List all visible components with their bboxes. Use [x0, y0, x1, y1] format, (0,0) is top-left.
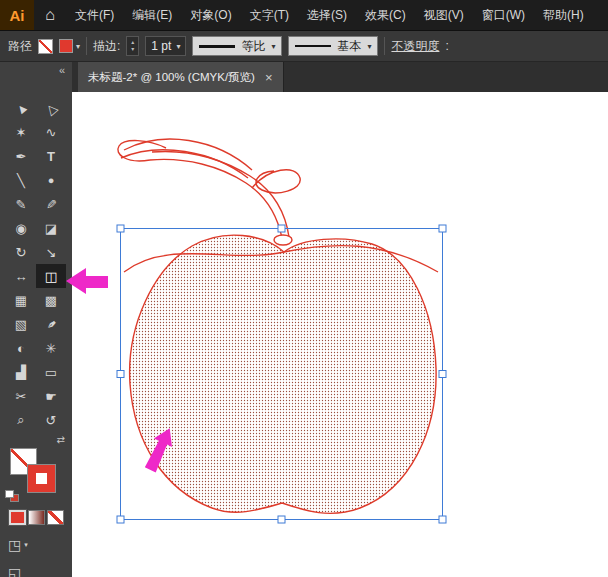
swap-fill-stroke-icon[interactable]: ⇄ [57, 434, 65, 445]
menu-view[interactable]: 视图(V) [415, 0, 473, 30]
stroke-weight-text: 1 pt [151, 39, 171, 53]
separator [384, 37, 385, 55]
slice-tool-icon: ✂ [16, 389, 27, 404]
menu-bar: Ai ⌂ 文件(F) 编辑(E) 对象(O) 文字(T) 选择(S) 效果(C)… [0, 0, 608, 30]
blend-tool-icon: ◐ [17, 341, 25, 356]
menu-help[interactable]: 帮助(H) [534, 0, 593, 30]
gradient-tool-icon: ▧ [15, 317, 27, 332]
stroke-color-dropdown[interactable]: ▾ [59, 39, 80, 53]
stepper-down-icon: ▾ [131, 46, 134, 53]
magic-wand-tool[interactable]: ✶ [6, 120, 36, 144]
pencil-tool[interactable]: ✎ [36, 192, 66, 216]
opacity-colon: : [445, 39, 448, 53]
blob-brush-tool-icon: ◉ [15, 221, 26, 236]
pencil-tool-icon: ✎ [46, 197, 57, 212]
fill-swatch-control[interactable] [38, 39, 53, 54]
artboard-canvas[interactable] [72, 92, 608, 577]
line-segment-tool-icon: ╲ [17, 173, 25, 188]
column-graph-tool-icon: ▟ [16, 365, 26, 380]
none-button[interactable] [47, 510, 64, 525]
brush-definition-dropdown[interactable]: 基本 ▾ [288, 36, 378, 56]
scale-tool[interactable]: ↘ [36, 240, 66, 264]
zoom-tool[interactable]: ⌕ [6, 408, 36, 432]
shape-builder-tool-icon: ◫ [45, 269, 57, 284]
close-icon[interactable]: × [265, 70, 273, 85]
stroke-swatch[interactable] [28, 465, 55, 492]
rotate-view-tool[interactable]: ↺ [36, 408, 66, 432]
direct-selection-tool[interactable]: △ [36, 96, 66, 120]
drawing-mode-button[interactable]: ◳ ▾ [0, 537, 72, 553]
line-segment-tool[interactable]: ╲ [6, 168, 36, 192]
default-fill-mini [5, 490, 14, 498]
selection-tool[interactable]: ▲ [6, 96, 36, 120]
menu-object[interactable]: 对象(O) [181, 0, 240, 30]
paintbrush-tool[interactable]: ✎ [6, 192, 36, 216]
chevron-down-icon: ▾ [76, 42, 80, 51]
pen-tool[interactable]: ✒ [6, 144, 36, 168]
gradient-tool[interactable]: ▧ [6, 312, 36, 336]
color-button[interactable] [9, 510, 26, 525]
chevron-down-icon: ▾ [367, 42, 371, 51]
paint-mode-buttons [0, 510, 72, 525]
screen-mode-button[interactable]: ◱ [0, 565, 72, 577]
home-icon[interactable]: ⌂ [34, 0, 66, 30]
document-tab-bar: 未标题-2* @ 100% (CMYK/预览) × [72, 62, 608, 92]
symbol-sprayer-tool-icon: ✳ [46, 341, 57, 356]
chevron-down-icon: ▾ [24, 541, 28, 549]
illustrator-window: Ai ⌂ 文件(F) 编辑(E) 对象(O) 文字(T) 选择(S) 效果(C)… [0, 0, 608, 577]
rotate-tool-icon: ↻ [16, 245, 27, 260]
context-label: 路径 [8, 38, 32, 55]
menu-select[interactable]: 选择(S) [298, 0, 356, 30]
width-tool[interactable]: ↔ [6, 264, 36, 288]
screen-mode-icon: ◱ [8, 565, 21, 577]
blend-tool[interactable]: ◐ [6, 336, 36, 360]
eyedropper-tool[interactable]: ✒ [36, 312, 66, 336]
default-fill-stroke-icon[interactable] [5, 490, 19, 502]
lasso-tool[interactable]: ∿ [36, 120, 66, 144]
chevron-down-icon: ▾ [271, 42, 275, 51]
scale-tool-icon: ↘ [46, 245, 57, 260]
tools-panel: « ▲ △ ✶ ∿ ✒ T ╲ ● ✎ ✎ ◉ ◪ ↻ ↘ ↔ ◫ ▦ ▩ ▧ … [0, 62, 72, 577]
hand-tool[interactable]: ☛ [36, 384, 66, 408]
ellipse-tool[interactable]: ● [36, 168, 66, 192]
chevron-down-icon: ▾ [176, 42, 180, 51]
document-tab-title: 未标题-2* @ 100% (CMYK/预览) [88, 70, 255, 85]
stroke-color-swatch [59, 39, 73, 53]
column-graph-tool[interactable]: ▟ [6, 360, 36, 384]
stroke-weight-value[interactable]: 1 pt ▾ [145, 36, 186, 56]
fill-stroke-widget: ⇄ [4, 446, 68, 502]
document-tab[interactable]: 未标题-2* @ 100% (CMYK/预览) × [78, 62, 284, 92]
symbol-sprayer-tool[interactable]: ✳ [36, 336, 66, 360]
separator [86, 37, 87, 55]
width-profile-preview [199, 45, 235, 48]
blob-brush-tool[interactable]: ◉ [6, 216, 36, 240]
opacity-link[interactable]: 不透明度 [391, 38, 439, 55]
width-profile-dropdown[interactable]: 等比 ▾ [192, 36, 282, 56]
brush-preview [295, 45, 331, 47]
brush-label: 基本 [337, 38, 361, 55]
tool-grid: ▲ △ ✶ ∿ ✒ T ╲ ● ✎ ✎ ◉ ◪ ↻ ↘ ↔ ◫ ▦ ▩ ▧ ✒ … [0, 96, 72, 432]
menu-file[interactable]: 文件(F) [66, 0, 123, 30]
width-profile-label: 等比 [241, 38, 265, 55]
menu-edit[interactable]: 编辑(E) [123, 0, 181, 30]
mesh-tool[interactable]: ▩ [36, 288, 66, 312]
perspective-grid-tool[interactable]: ▦ [6, 288, 36, 312]
app-logo: Ai [0, 0, 34, 30]
gradient-button[interactable] [28, 510, 45, 525]
drawing-mode-icon: ◳ [8, 537, 21, 553]
stroke-weight-stepper[interactable]: ▴ ▾ [126, 36, 139, 56]
menu-effect[interactable]: 效果(C) [356, 0, 415, 30]
menu-type[interactable]: 文字(T) [241, 0, 298, 30]
type-tool[interactable]: T [36, 144, 66, 168]
collapse-panel-icon[interactable]: « [0, 62, 72, 82]
zoom-tool-icon: ⌕ [17, 412, 24, 428]
menu-window[interactable]: 窗口(W) [473, 0, 534, 30]
slice-tool[interactable]: ✂ [6, 384, 36, 408]
shape-builder-tool[interactable]: ◫ [36, 264, 66, 288]
artboard-tool-icon: ▭ [45, 365, 57, 380]
mesh-tool-icon: ▩ [45, 293, 57, 308]
ellipse-tool-icon: ● [48, 174, 55, 186]
artboard-tool[interactable]: ▭ [36, 360, 66, 384]
rotate-tool[interactable]: ↻ [6, 240, 36, 264]
eraser-tool[interactable]: ◪ [36, 216, 66, 240]
